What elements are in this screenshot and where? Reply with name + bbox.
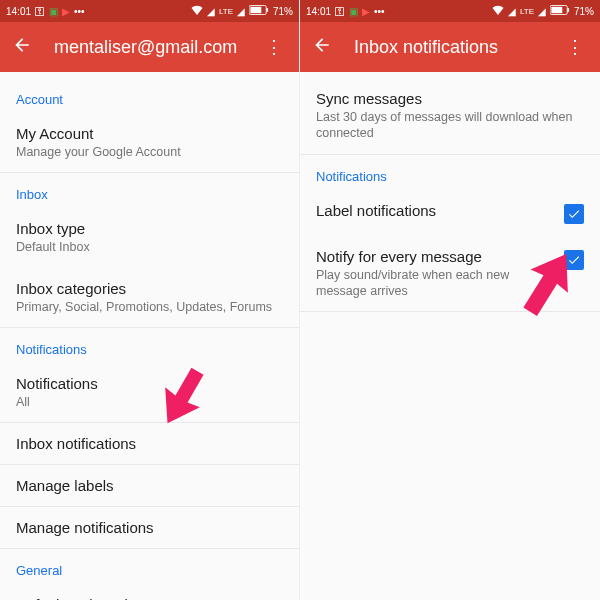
overflow-menu-icon[interactable]: ⋮ [562, 44, 588, 50]
section-header-notifications: Notifications [0, 328, 299, 363]
section-header-general: General [0, 549, 299, 584]
checkbox-checked-icon[interactable] [564, 250, 584, 270]
status-bar: 14:01 ⚿ ▣ ▶ ••• ◢ LTE ◢ 71% [300, 0, 600, 22]
signal-icon: ◢ [237, 6, 245, 17]
notif-dots-icon: ••• [374, 6, 385, 17]
battery-icon [550, 5, 570, 17]
row-subtitle: All [16, 394, 283, 410]
row-manage-notifications[interactable]: Manage notifications [0, 507, 299, 549]
row-title: Notify for every message [316, 248, 554, 265]
row-title: Notifications [16, 375, 283, 392]
network-icon: LTE [219, 7, 233, 16]
row-title: Inbox categories [16, 280, 283, 297]
row-title: Manage notifications [16, 519, 283, 536]
row-notify-every-message[interactable]: Notify for every message Play sound/vibr… [300, 236, 600, 313]
svg-rect-1 [266, 8, 268, 12]
row-subtitle: Manage your Google Account [16, 144, 283, 160]
battery-text: 71% [273, 6, 293, 17]
row-default-reply[interactable]: Default reply action Reply [0, 584, 299, 600]
wifi-icon [492, 5, 504, 17]
row-subtitle: Last 30 days of messages will download w… [316, 109, 584, 142]
section-header-notifications: Notifications [300, 155, 600, 190]
row-title: Default reply action [16, 596, 283, 600]
clock-text: 14:01 [306, 6, 331, 17]
row-label-notifications[interactable]: Label notifications [300, 190, 600, 236]
settings-list: Sync messages Last 30 days of messages w… [300, 72, 600, 600]
row-title: Label notifications [316, 202, 554, 219]
back-icon[interactable] [12, 35, 32, 59]
app-icon: ▶ [62, 6, 70, 17]
overflow-menu-icon[interactable]: ⋮ [261, 44, 287, 50]
app-icon: ▶ [362, 6, 370, 17]
wifi-icon [191, 5, 203, 17]
row-title: Manage labels [16, 477, 283, 494]
battery-text: 71% [574, 6, 594, 17]
clock-text: 14:01 [6, 6, 31, 17]
row-subtitle: Primary, Social, Promotions, Updates, Fo… [16, 299, 283, 315]
row-sync-messages[interactable]: Sync messages Last 30 days of messages w… [300, 78, 600, 155]
page-title: mentaliser@gmail.com [54, 37, 239, 58]
app-icon: ▣ [49, 6, 58, 17]
row-title: Inbox notifications [16, 435, 283, 452]
app-bar: Inbox notifications ⋮ [300, 22, 600, 72]
row-subtitle: Default Inbox [16, 239, 283, 255]
network-icon: LTE [520, 7, 534, 16]
signal-icon: ◢ [538, 6, 546, 17]
battery-icon [249, 5, 269, 17]
phone-left: 14:01 ⚿ ▣ ▶ ••• ◢ LTE ◢ 71% [0, 0, 300, 600]
notif-dots-icon: ••• [74, 6, 85, 17]
row-subtitle: Play sound/vibrate when each new message… [316, 267, 554, 300]
svg-rect-5 [551, 7, 562, 13]
app-bar: mentaliser@gmail.com ⋮ [0, 22, 299, 72]
svg-rect-4 [567, 8, 569, 12]
key-icon: ⚿ [335, 6, 345, 17]
svg-rect-2 [250, 7, 261, 13]
row-title: Sync messages [316, 90, 584, 107]
key-icon: ⚿ [35, 6, 45, 17]
row-title: My Account [16, 125, 283, 142]
signal-icon: ◢ [508, 6, 516, 17]
row-title: Inbox type [16, 220, 283, 237]
signal-icon: ◢ [207, 6, 215, 17]
row-inbox-categories[interactable]: Inbox categories Primary, Social, Promot… [0, 268, 299, 328]
app-icon: ▣ [349, 6, 358, 17]
row-manage-labels[interactable]: Manage labels [0, 465, 299, 507]
row-my-account[interactable]: My Account Manage your Google Account [0, 113, 299, 173]
section-header-inbox: Inbox [0, 173, 299, 208]
row-inbox-notifications[interactable]: Inbox notifications [0, 423, 299, 465]
status-bar: 14:01 ⚿ ▣ ▶ ••• ◢ LTE ◢ 71% [0, 0, 299, 22]
section-header-account: Account [0, 78, 299, 113]
checkbox-checked-icon[interactable] [564, 204, 584, 224]
page-title: Inbox notifications [354, 37, 540, 58]
settings-list: Account My Account Manage your Google Ac… [0, 72, 299, 600]
row-notifications[interactable]: Notifications All [0, 363, 299, 423]
back-icon[interactable] [312, 35, 332, 59]
row-inbox-type[interactable]: Inbox type Default Inbox [0, 208, 299, 267]
phone-right: 14:01 ⚿ ▣ ▶ ••• ◢ LTE ◢ 71% [300, 0, 600, 600]
